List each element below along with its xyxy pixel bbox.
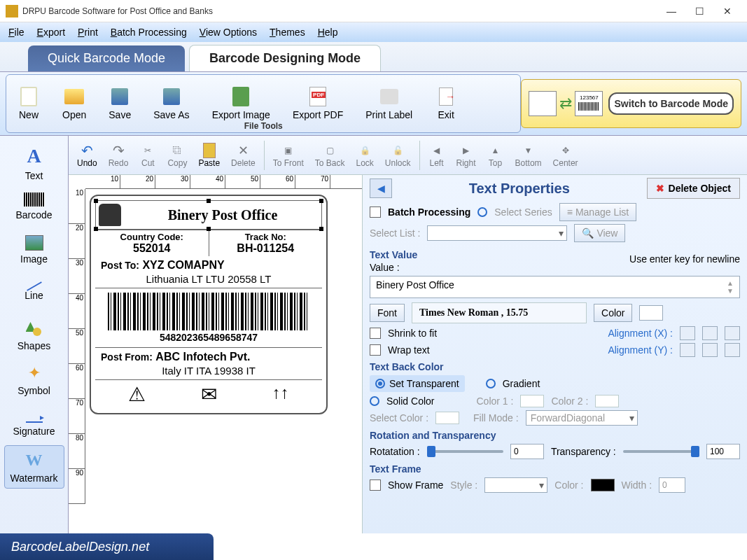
tool-barcode[interactable]: Barcode — [4, 185, 64, 228]
paste-button[interactable]: Paste — [195, 141, 223, 169]
frame-color-swatch[interactable] — [591, 479, 615, 491]
export-image-button[interactable]: Export Image — [201, 84, 281, 123]
switch-preview-icon: ⇄ 123567 — [529, 91, 603, 116]
canvas[interactable]: 10203040506070 102030405060708090 Binery… — [69, 175, 363, 533]
solid-radio[interactable] — [370, 396, 379, 406]
to-back-icon: ▢ — [321, 143, 338, 158]
open-button[interactable]: Open — [51, 84, 97, 123]
view-button[interactable]: 🔍View — [574, 224, 625, 242]
file-toolbar: New Open Save Save As Export Image PDFEx… — [0, 71, 747, 136]
list-icon: ≡ — [567, 206, 573, 218]
align-left-button[interactable]: ◀Left — [426, 141, 448, 169]
footer-branding: BarcodeLabelDesign.net — [0, 533, 214, 560]
text-color-swatch[interactable] — [639, 305, 663, 321]
align-right-button[interactable]: ▶Right — [454, 141, 479, 169]
new-button[interactable]: New — [6, 84, 51, 123]
menu-batch[interactable]: Batch Processing — [111, 27, 187, 38]
arrow-up-icon: ▲ — [487, 143, 504, 158]
delete-button[interactable]: ✕Delete — [228, 141, 258, 169]
align-x-left[interactable] — [680, 326, 695, 340]
batch-processing-checkbox[interactable] — [370, 206, 381, 218]
delete-object-button[interactable]: ✖Delete Object — [647, 178, 740, 199]
align-center-button[interactable]: ✥Center — [550, 141, 581, 169]
frame-width-spinner[interactable]: 0 — [659, 477, 685, 493]
app-title: DRPU Barcode Software for Post Office an… — [22, 6, 657, 16]
color-button[interactable]: Color — [594, 304, 632, 322]
switch-mode-button[interactable]: ⇄ 123567 Switch to Barcode Mode — [521, 79, 741, 128]
align-bottom-button[interactable]: ▼Bottom — [512, 141, 545, 169]
align-top-button[interactable]: ▲Top — [484, 141, 507, 169]
shrink-checkbox[interactable] — [370, 328, 381, 339]
fill-mode-dropdown[interactable]: ForwardDiagonal — [526, 410, 638, 426]
tool-signature[interactable]: Signature — [4, 402, 64, 445]
lock-button[interactable]: 🔒Lock — [353, 141, 376, 169]
close-button[interactable]: ✕ — [713, 1, 741, 21]
color1-swatch[interactable] — [520, 395, 544, 407]
minimize-button[interactable]: — — [657, 1, 685, 21]
panel-title: Text Properties — [398, 181, 641, 197]
manage-list-button[interactable]: ≡Manage List — [559, 203, 636, 221]
menu-file[interactable]: File — [8, 27, 25, 38]
tool-image[interactable]: Image — [4, 228, 64, 272]
save-as-button[interactable]: Save As — [142, 84, 200, 123]
exit-button[interactable]: Exit — [424, 84, 468, 123]
select-list-dropdown[interactable] — [427, 225, 567, 241]
mailbox-icon — [99, 204, 121, 226]
arrow-left-icon: ◀ — [377, 183, 385, 194]
back-button[interactable]: ◀ — [370, 178, 392, 198]
redo-icon: ↷ — [110, 143, 127, 158]
transparency-spinner[interactable]: 100 — [706, 444, 740, 459]
file-tools-label: File Tools — [244, 121, 283, 131]
menu-themes[interactable]: Themes — [270, 27, 305, 38]
ruler-vertical: 102030405060708090 — [69, 189, 85, 504]
tool-shapes[interactable]: Shapes — [4, 315, 64, 358]
align-y-middle[interactable] — [702, 343, 718, 357]
align-y-top[interactable] — [680, 343, 695, 357]
select-series-radio[interactable] — [477, 207, 487, 217]
barcode-bars — [108, 293, 309, 330]
text-icon: A — [27, 145, 41, 167]
label-title-selected[interactable]: Binery Post Office — [95, 200, 322, 230]
frame-style-dropdown[interactable] — [484, 477, 547, 493]
tool-line[interactable]: Line — [4, 272, 64, 315]
transparency-slider[interactable] — [623, 450, 699, 453]
gradient-radio[interactable] — [486, 379, 496, 388]
menu-export[interactable]: Export — [37, 27, 65, 38]
to-front-button[interactable]: ▣To Front — [270, 141, 307, 169]
redo-button[interactable]: ↷Redo — [106, 141, 132, 169]
tab-barcode-designing[interactable]: Barcode Designing Mode — [189, 45, 381, 71]
rotation-slider[interactable] — [427, 450, 503, 453]
show-frame-checkbox[interactable] — [370, 479, 381, 491]
undo-button[interactable]: ↶Undo — [74, 141, 100, 169]
menu-help[interactable]: Help — [318, 27, 338, 38]
label-preview[interactable]: Binery Post Office Country Code:552014 T… — [90, 195, 328, 414]
export-pdf-button[interactable]: PDFExport PDF — [281, 84, 354, 123]
align-x-center[interactable] — [702, 326, 718, 340]
color2-swatch[interactable] — [595, 395, 619, 407]
rotation-spinner[interactable]: 0 — [510, 444, 544, 459]
copy-button[interactable]: ⿻Copy — [165, 141, 190, 169]
maximize-button[interactable]: ☐ — [685, 1, 713, 21]
tool-symbol[interactable]: ✦Symbol — [4, 358, 64, 402]
align-y-bottom[interactable] — [725, 343, 740, 357]
tab-quick-barcode[interactable]: Quick Barcode Mode — [28, 46, 185, 71]
titlebar: DRPU Barcode Software for Post Office an… — [0, 0, 747, 22]
print-label-button[interactable]: Print Label — [354, 84, 424, 123]
cut-button[interactable]: ✂Cut — [137, 141, 159, 169]
font-button[interactable]: Font — [370, 304, 405, 322]
unlock-button[interactable]: 🔓Unlock — [382, 141, 414, 169]
to-back-button[interactable]: ▢To Back — [312, 141, 348, 169]
menu-print[interactable]: Print — [78, 27, 98, 38]
arrow-down-icon: ▼ — [520, 143, 537, 158]
tool-watermark[interactable]: WWatermark — [4, 445, 64, 489]
text-value-input[interactable]: Binery Post Office▲▼ — [370, 276, 740, 298]
properties-panel: ◀ Text Properties ✖Delete Object Batch P… — [363, 175, 747, 533]
transparent-radio[interactable] — [375, 379, 385, 388]
menu-view[interactable]: View Options — [200, 27, 257, 38]
save-button[interactable]: Save — [97, 84, 142, 123]
wrap-checkbox[interactable] — [370, 344, 381, 356]
tool-text[interactable]: AText — [4, 141, 64, 185]
align-x-right[interactable] — [725, 326, 740, 340]
ruler-horizontal: 10203040506070 — [85, 175, 362, 189]
select-color-swatch[interactable] — [435, 412, 459, 424]
